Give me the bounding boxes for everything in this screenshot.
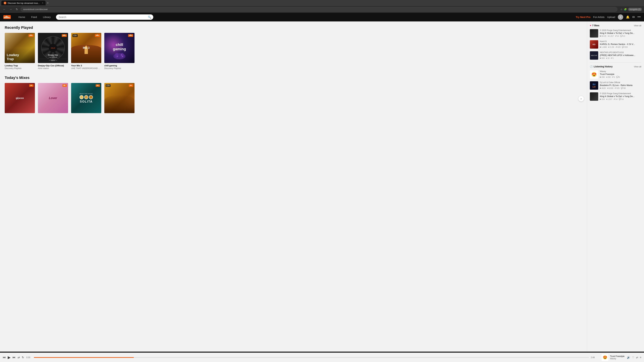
svg-rect-15	[62, 35, 63, 36]
card-deejay-gijs[interactable]: DJLeX Deejay-Gijs Cox (Official) — stati…	[38, 33, 68, 69]
mix3-label: Mix 3	[83, 46, 90, 49]
svg-rect-14	[32, 35, 33, 36]
svg-rect-39	[131, 35, 131, 36]
sc-nav: Home Feed Library	[16, 14, 53, 19]
upload-button[interactable]: Upload	[607, 15, 615, 18]
h-plays-1: ▶ 29K	[600, 76, 605, 78]
svg-rect-46	[32, 85, 32, 86]
reload-button[interactable]: ↻	[15, 7, 19, 11]
nav-home[interactable]: Home	[16, 14, 28, 19]
svg-point-34	[122, 56, 123, 57]
tab-title: Discover the top streamed mus...	[8, 2, 40, 4]
mail-icon[interactable]: ✉	[632, 15, 635, 19]
svg-rect-22	[96, 35, 96, 36]
history-title-3: King K Global x Te Dai' x Yung De...	[600, 95, 641, 97]
nav-feed[interactable]: Feed	[28, 14, 40, 19]
chill-gaming-text: chillgaming	[113, 42, 126, 51]
svg-rect-45	[31, 85, 32, 86]
card-lowkey-trap[interactable]: LowkeyTrap Lowkey Trap Discovery Playlis…	[5, 33, 35, 69]
history-artist-3: © 2020 Purge Gang Entertainment	[600, 92, 641, 95]
svg-rect-56	[97, 85, 98, 86]
search-input[interactable]	[56, 14, 153, 20]
ltu-badge: LTU	[72, 34, 78, 37]
sc-badge-mix3	[95, 34, 100, 37]
track-artist-2: Karol G	[600, 40, 641, 42]
track-stats-1: ▶ 84.2K ♥ 1,017 ⇄ 14 💬 14	[600, 35, 641, 37]
notifications-icon[interactable]: 🔔	[626, 15, 630, 19]
active-tab[interactable]: SC Discover the top streamed mus... ×	[1, 1, 46, 5]
sc-header: Home Feed Library 🔍 Try Next Pro For Art…	[0, 13, 644, 21]
card-tm1[interactable]: gijscox	[5, 83, 35, 114]
h-plays-2: ▶ 462K	[600, 87, 606, 89]
history-artist-2: Dj LeX & Ciske Official	[600, 81, 641, 84]
history-icon: 🕐	[590, 65, 593, 68]
sidebar-history-track-1[interactable]: 😍 Wavey Trust Freestyle ▶ 29K ♥ 282 ⇄ 6 …	[590, 70, 641, 79]
search-icon[interactable]: 🔍	[148, 15, 151, 18]
try-next-pro-button[interactable]: Try Next Pro	[576, 15, 590, 18]
sidebar-liked-track-3[interactable]: NEKTAR NEKTAR.UFO.BEATS.816 (FREE) NEKTA…	[590, 51, 641, 60]
svg-rect-23	[96, 35, 96, 36]
card-tm3[interactable]: HEAR THIS MUSIC SOLITA	[71, 83, 101, 114]
svg-rect-30	[115, 53, 118, 58]
carousel-next-arrow[interactable]: ›	[578, 96, 584, 102]
card-your-mix-3[interactable]: LTU Mix 3 Your Mix 3 LIKE THAT UNDERGROU…	[71, 33, 101, 69]
sidebar-history-info-3: © 2020 Purge Gang Entertainment King K G…	[600, 92, 641, 100]
thumb-karol: KG	[590, 40, 598, 49]
track-artist-3: NEKTAR.UFO.BEATS.816	[600, 51, 641, 54]
track-stats-2: ▶ 1.48M ♥ 21.5K ⇄ 429 💬 293	[600, 46, 641, 48]
likes-stat-3: ♥ 10	[606, 57, 610, 59]
svg-rect-51	[64, 85, 65, 86]
svg-rect-13	[32, 35, 32, 36]
card-tm2[interactable]: Lover	[38, 83, 68, 114]
svg-rect-27	[98, 35, 98, 36]
card-thumb-tm4: LTU	[104, 83, 134, 113]
card-thumb-deejay-gijs: DJLeX Deejay-Gijs Cox (Official) — stati…	[38, 33, 68, 63]
reposts-stat-1: ⇄ 14	[615, 35, 619, 37]
sc-logo[interactable]	[3, 15, 12, 19]
new-tab-button[interactable]: +	[47, 1, 49, 5]
extensions-button[interactable]: 🧩	[624, 8, 627, 11]
for-artists-button[interactable]: For Artists	[593, 15, 604, 18]
card-thumb-tm2: Lover	[38, 83, 68, 113]
card-chill-gaming[interactable]: chillgaming chill gaming Discovery Playl…	[104, 33, 134, 69]
tab-bar: SC Discover the top streamed mus... × +	[0, 0, 644, 6]
main-layout: Recently Played LowkeyTrap Lowkey Trap D…	[0, 21, 644, 352]
heart-icon: ♥	[590, 24, 591, 27]
history-view-all[interactable]: View all	[634, 65, 641, 68]
history-stats-3: ▶ 31K ♥ 1,017 ⇄ 14 💬 14	[600, 98, 641, 100]
sc-badge-tm4	[129, 84, 133, 87]
ltu-badge-tm4: LTU	[106, 84, 110, 87]
card-tm4[interactable]: LTU	[104, 83, 134, 114]
track-title-1: King K Global x Te Dai' x Yung De...	[600, 32, 641, 34]
history-title-1: Trust Freestyle	[600, 73, 641, 75]
incognito-badge[interactable]: Incognito (2)	[628, 8, 642, 11]
user-avatar[interactable]: ▼	[618, 14, 623, 20]
svg-rect-61	[130, 85, 130, 86]
track-stats-3: ▶ 569 ♥ 10 ⇄ 1	[600, 57, 641, 59]
nav-library[interactable]: Library	[40, 14, 53, 19]
sidebar-history-track-3[interactable]: © 2020 Purge Gang Entertainment King K G…	[590, 92, 641, 101]
back-button[interactable]: ←	[2, 7, 7, 11]
thumb-djlex: DJ LeX	[590, 81, 598, 90]
address-bar[interactable]: soundcloud.com/discover	[21, 7, 617, 11]
deejay-text: Deejay-Gijs Cox (Official) — station —	[39, 54, 67, 62]
h-reposts-3: ⇄ 14	[614, 98, 618, 100]
sidebar-history-track-2[interactable]: DJ LeX Dj LeX & Ciske Official Brasbère …	[590, 81, 641, 90]
card-thumb-your-mix-3: LTU Mix 3	[71, 33, 101, 63]
sidebar-liked-track-2[interactable]: KG Karol G KAROL G, Romeo Santos - X SI …	[590, 40, 641, 49]
sidebar-track-info-2: Karol G KAROL G, Romeo Santos - X SI V..…	[600, 40, 641, 48]
svg-rect-50	[64, 85, 64, 86]
likes-count: 7 likes	[592, 24, 600, 27]
thumb-wavey: 😍	[590, 70, 598, 79]
bookmark-button[interactable]: ☆	[620, 8, 622, 11]
likes-view-all[interactable]: View all	[634, 24, 641, 27]
thumb-nektar: NEKTAR	[590, 51, 598, 60]
svg-rect-65	[132, 85, 132, 86]
more-options-icon[interactable]: •••	[638, 15, 641, 19]
card-thumb-lowkey-trap: LowkeyTrap	[5, 33, 35, 63]
sidebar-liked-track-1[interactable]: © 2020 Purge Gang Entertainment King K G…	[590, 29, 641, 37]
sc-badge-lowkey	[28, 34, 34, 37]
forward-button[interactable]: →	[8, 7, 13, 11]
tab-close-button[interactable]: ×	[42, 2, 43, 4]
comments-stat-1: 💬 14	[620, 35, 625, 37]
